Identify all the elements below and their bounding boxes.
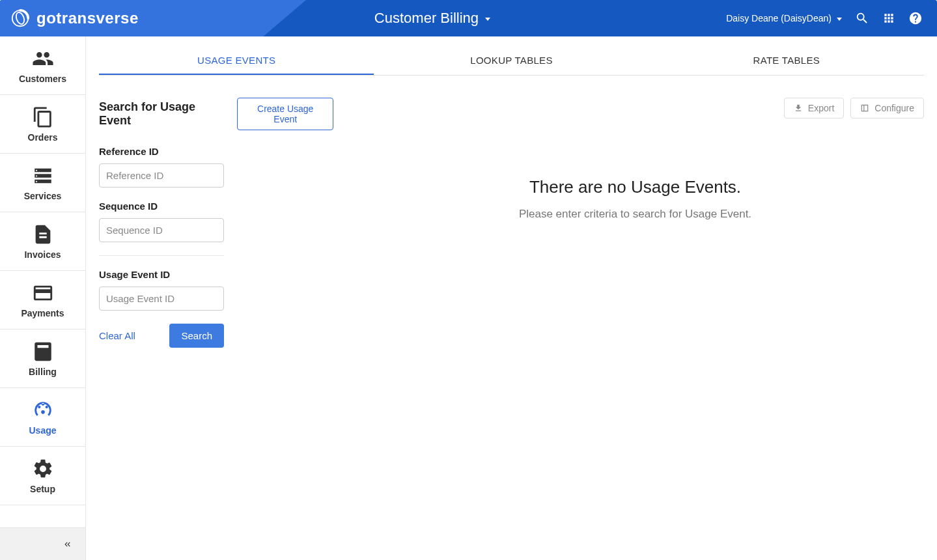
context-switcher[interactable]: Customer Billing [139,10,726,27]
help-icon[interactable] [908,11,923,25]
users-icon [32,48,54,70]
label-reference-id: Reference ID [99,146,224,157]
app-header: gotransverse Customer Billing Daisy Dean… [0,0,937,36]
empty-subtitle: Please enter criteria to search for Usag… [346,208,924,221]
configure-label: Configure [874,103,914,113]
configure-button[interactable]: Configure [850,98,924,119]
user-name: Daisy Deane (DaisyDean) [726,13,832,23]
search-header: Search for Usage Event Create Usage Even… [99,98,333,130]
calculator-icon [32,341,54,363]
input-sequence-id[interactable] [99,218,224,242]
brand-logo[interactable]: gotransverse [10,8,139,28]
search-button[interactable]: Search [169,324,224,348]
chevron-double-left-icon [63,540,72,549]
sidebar-items: Customers Orders Services Invoices Payme… [0,36,85,527]
export-button[interactable]: Export [784,98,844,119]
tabs: USAGE EVENTS LOOKUP TABLES RATE TABLES [99,46,924,76]
sidebar-item-invoices[interactable]: Invoices [0,212,85,271]
sidebar-item-usage[interactable]: Usage [0,388,85,447]
export-label: Export [808,103,834,113]
sidebar-item-payments[interactable]: Payments [0,271,85,329]
empty-title: There are no Usage Events. [346,177,924,197]
clear-all-button[interactable]: Clear All [99,330,135,341]
caret-down-icon [834,13,842,23]
sidebar-item-label: Customers [19,74,66,84]
field-reference-id: Reference ID [99,146,224,188]
label-usage-event-id: Usage Event ID [99,269,224,280]
sidebar-item-services[interactable]: Services [0,154,85,212]
body: Customers Orders Services Invoices Payme… [0,36,937,560]
input-usage-event-id[interactable] [99,287,224,311]
download-icon [794,104,803,113]
empty-state: There are no Usage Events. Please enter … [346,177,924,221]
label-sequence-id: Sequence ID [99,201,224,212]
field-usage-event-id: Usage Event ID [99,269,224,311]
create-usage-event-button[interactable]: Create Usage Event [237,98,333,130]
sidebar-item-label: Orders [28,132,58,143]
header-right: Daisy Deane (DaisyDean) [726,11,923,25]
input-reference-id[interactable] [99,163,224,188]
sidebar-item-label: Usage [29,425,56,436]
apps-icon[interactable] [882,12,895,25]
sidebar-item-label: Invoices [24,249,61,260]
user-menu[interactable]: Daisy Deane (DaisyDean) [726,13,842,23]
sidebar-item-label: Services [24,191,62,201]
context-title: Customer Billing [374,10,479,27]
sidebar-item-label: Payments [21,308,64,318]
brand-text: gotransverse [36,9,139,27]
sidebar-item-label: Setup [30,484,55,494]
sidebar: Customers Orders Services Invoices Payme… [0,36,86,560]
caret-down-icon [482,10,490,27]
gauge-icon [32,399,54,421]
content-row: Search for Usage Event Create Usage Even… [99,98,924,348]
card-icon [32,282,54,304]
brand-icon [10,8,30,28]
sidebar-item-orders[interactable]: Orders [0,95,85,154]
sidebar-item-billing[interactable]: Billing [0,329,85,388]
sidebar-item-label: Billing [29,367,57,377]
results-panel: Export Configure There are no Usage Even… [346,98,924,348]
tab-lookup-tables[interactable]: LOOKUP TABLES [374,46,649,75]
servers-icon [32,165,54,187]
svg-point-1 [15,11,26,25]
gear-icon [32,458,54,480]
main-content: USAGE EVENTS LOOKUP TABLES RATE TABLES S… [86,36,937,560]
document-icon [32,223,54,245]
files-icon [32,106,54,128]
tab-usage-events[interactable]: USAGE EVENTS [99,46,374,75]
search-title: Search for Usage Event [99,100,221,128]
columns-icon [860,104,869,113]
search-panel: Search for Usage Event Create Usage Even… [99,98,333,348]
sidebar-item-customers[interactable]: Customers [0,36,85,95]
form-actions: Clear All Search [99,324,224,348]
sidebar-item-setup[interactable]: Setup [0,447,85,505]
search-icon[interactable] [855,11,869,25]
results-toolbar: Export Configure [346,98,924,119]
tab-rate-tables[interactable]: RATE TABLES [649,46,924,75]
sidebar-collapse-button[interactable] [0,527,85,560]
field-sequence-id: Sequence ID [99,201,224,256]
